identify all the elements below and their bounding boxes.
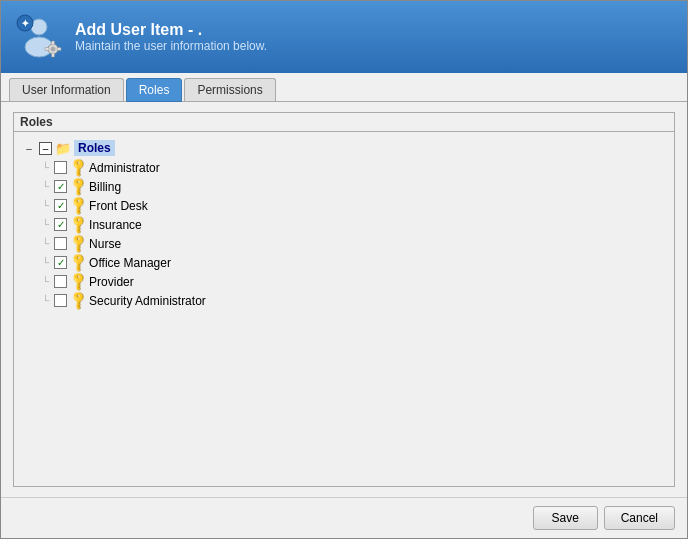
list-item: └ 🔑 Nurse bbox=[42, 234, 666, 253]
checkbox-security-administrator[interactable] bbox=[54, 294, 67, 307]
header-text: Add User Item - . Maintain the user info… bbox=[75, 21, 267, 53]
svg-rect-5 bbox=[52, 53, 55, 57]
list-item: └ 🔑 Front Desk bbox=[42, 196, 666, 215]
role-label-security-administrator: Security Administrator bbox=[89, 294, 206, 308]
folder-icon: 📁 bbox=[55, 141, 71, 156]
cancel-button[interactable]: Cancel bbox=[604, 506, 675, 530]
role-label-nurse: Nurse bbox=[89, 237, 121, 251]
roles-group: Roles – – 📁 Roles └ 🔑 Administrator bbox=[13, 112, 675, 487]
checkbox-nurse[interactable] bbox=[54, 237, 67, 250]
role-label-billing: Billing bbox=[89, 180, 121, 194]
tree-line: └ bbox=[42, 276, 49, 287]
checkbox-administrator[interactable] bbox=[54, 161, 67, 174]
dialog-header: ✦ Add User Item - . Maintain the user in… bbox=[1, 1, 687, 73]
list-item: └ 🔑 Office Manager bbox=[42, 253, 666, 272]
tab-content: Roles – – 📁 Roles └ 🔑 Administrator bbox=[1, 102, 687, 497]
tree-line: └ bbox=[42, 295, 49, 306]
role-label-office-manager: Office Manager bbox=[89, 256, 171, 270]
checkbox-billing[interactable] bbox=[54, 180, 67, 193]
svg-rect-4 bbox=[52, 41, 55, 45]
svg-text:✦: ✦ bbox=[21, 18, 30, 29]
role-label-front-desk: Front Desk bbox=[89, 199, 148, 213]
checkbox-provider[interactable] bbox=[54, 275, 67, 288]
role-label-provider: Provider bbox=[89, 275, 134, 289]
list-item: └ 🔑 Insurance bbox=[42, 215, 666, 234]
list-item: └ 🔑 Security Administrator bbox=[42, 291, 666, 310]
list-item: └ 🔑 Administrator bbox=[42, 158, 666, 177]
dialog-subtitle: Maintain the user information below. bbox=[75, 39, 267, 53]
role-label-administrator: Administrator bbox=[89, 161, 160, 175]
tree-line: └ bbox=[42, 181, 49, 192]
role-label-insurance: Insurance bbox=[89, 218, 142, 232]
checkbox-front-desk[interactable] bbox=[54, 199, 67, 212]
header-icon: ✦ bbox=[15, 13, 63, 61]
tree-root-node: – – 📁 Roles bbox=[22, 138, 666, 158]
dialog-footer: Save Cancel bbox=[1, 497, 687, 538]
root-minus-box[interactable]: – bbox=[39, 142, 52, 155]
tree-line: └ bbox=[42, 162, 49, 173]
checkbox-office-manager[interactable] bbox=[54, 256, 67, 269]
tree-line: └ bbox=[42, 219, 49, 230]
expand-icon[interactable]: – bbox=[22, 141, 36, 155]
tree-line: └ bbox=[42, 238, 49, 249]
roles-group-legend: Roles bbox=[14, 113, 674, 132]
dialog-title: Add User Item - . bbox=[75, 21, 267, 39]
svg-rect-7 bbox=[57, 48, 61, 51]
tab-user-information[interactable]: User Information bbox=[9, 78, 124, 101]
svg-point-0 bbox=[31, 19, 47, 35]
dialog: ✦ Add User Item - . Maintain the user in… bbox=[0, 0, 688, 539]
tabs-bar: User Information Roles Permissions bbox=[1, 73, 687, 102]
checkbox-insurance[interactable] bbox=[54, 218, 67, 231]
roles-tree: – – 📁 Roles └ 🔑 Administrator bbox=[14, 132, 674, 486]
svg-rect-6 bbox=[45, 48, 49, 51]
list-item: └ 🔑 Billing bbox=[42, 177, 666, 196]
key-icon: 🔑 bbox=[67, 290, 89, 312]
tree-line: └ bbox=[42, 200, 49, 211]
svg-point-3 bbox=[51, 47, 56, 52]
tab-permissions[interactable]: Permissions bbox=[184, 78, 275, 101]
tree-line: └ bbox=[42, 257, 49, 268]
list-item: └ 🔑 Provider bbox=[42, 272, 666, 291]
tree-children: └ 🔑 Administrator └ 🔑 Billing └ bbox=[22, 158, 666, 310]
tab-roles[interactable]: Roles bbox=[126, 78, 183, 102]
save-button[interactable]: Save bbox=[533, 506, 598, 530]
root-label: Roles bbox=[74, 140, 115, 156]
